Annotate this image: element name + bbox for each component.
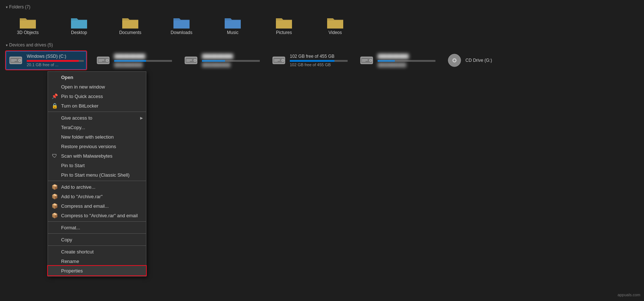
context-menu-item[interactable]: Create shortcut <box>48 247 146 256</box>
context-menu-item[interactable]: 📦Add to "Archive.rar" <box>48 192 146 201</box>
folder-label: Videos <box>329 30 342 35</box>
context-menu-item[interactable]: Pin to Start menu (Classic Shell) <box>48 170 146 180</box>
context-menu-separator <box>48 112 146 112</box>
drive-bar-bg <box>27 60 84 62</box>
drive-item[interactable]: ██████████ ██████████ <box>181 51 262 69</box>
context-menu-item[interactable]: Format... <box>48 223 146 232</box>
svg-rect-16 <box>186 60 192 60</box>
drives-grid: Windows (SSD) (C:) 20.1 GB free of ... █… <box>6 51 638 69</box>
folder-label: Desktop <box>71 30 87 35</box>
context-menu-item[interactable]: Properties <box>48 266 146 275</box>
ctx-item-label: Add to archive... <box>61 184 96 190</box>
context-menu-item[interactable]: Restore previous versions <box>48 142 146 151</box>
svg-point-21 <box>282 60 284 61</box>
ctx-item-label: Create shortcut <box>61 249 94 255</box>
hdd-icon <box>360 54 374 66</box>
context-menu-item[interactable]: 🔒Turn on BitLocker <box>48 101 146 110</box>
folder-icon <box>326 15 344 30</box>
drive-icon-container <box>8 53 23 68</box>
ctx-item-label: Compress and email... <box>61 203 109 209</box>
drive-bar <box>114 60 146 62</box>
folder-item[interactable]: Music <box>211 13 255 37</box>
context-menu-item[interactable]: TeraCopy... <box>48 123 146 132</box>
context-menu-item[interactable]: 🛡Scan with Malwarebytes <box>48 151 146 161</box>
ctx-item-label: Scan with Malwarebytes <box>61 153 112 159</box>
folders-grid: 3D Objects Desktop Documents Downloads M… <box>6 13 638 37</box>
ctx-item-label: Properties <box>61 268 83 274</box>
folder-label: Music <box>227 30 238 35</box>
context-menu-item[interactable]: Open <box>48 72 146 82</box>
drive-bar-bg <box>114 60 172 62</box>
context-menu-separator <box>48 221 146 222</box>
ctx-item-icon: 🛡 <box>51 152 58 159</box>
folder-item[interactable]: Pictures <box>262 13 306 37</box>
ctx-item-label: New folder with selection <box>61 134 114 140</box>
context-menu-item[interactable]: 📦Add to archive... <box>48 182 146 192</box>
drive-name: ██████████ <box>202 54 260 59</box>
folder-label: Documents <box>119 30 142 35</box>
drive-free: ██████████ <box>114 63 172 67</box>
folder-icon <box>275 15 293 30</box>
drive-info: CD Drive (G:) <box>465 58 523 63</box>
drive-info: ██████████ ██████████ <box>378 54 435 67</box>
folder-item[interactable]: Downloads <box>160 13 203 37</box>
context-menu-separator <box>48 233 146 234</box>
ctx-item-label: Give access to <box>61 115 92 121</box>
drive-name: ██████████ <box>114 54 172 59</box>
cd-drive-icon <box>448 53 461 67</box>
context-menu-item[interactable]: Copy <box>48 235 146 244</box>
drive-item[interactable]: 102 GB free of 455 GB 102 GB free of 455… <box>269 51 350 69</box>
context-menu-item[interactable]: Give access to▶ <box>48 113 146 123</box>
ctx-item-label: Turn on BitLocker <box>61 103 98 109</box>
chevron-icon: ▾ <box>6 5 8 9</box>
context-menu-item[interactable]: 📌Pin to Quick access <box>48 91 146 101</box>
context-menu-item[interactable]: Rename <box>48 256 146 266</box>
context-menu-item[interactable]: 📦Compress and email... <box>48 201 146 211</box>
svg-rect-23 <box>274 61 278 62</box>
folder-item[interactable]: 3D Objects <box>6 13 50 37</box>
ctx-item-label: Compress to "Archive.rar" and email <box>61 213 138 218</box>
ctx-item-label: Restore previous versions <box>61 144 116 149</box>
devices-chevron-icon: ▾ <box>6 43 8 47</box>
main-content: ▾ Folders (7) 3D Objects Desktop Documen… <box>0 0 644 74</box>
drive-free: ██████████ <box>202 63 260 67</box>
context-menu-item[interactable]: Pin to Start <box>48 161 146 170</box>
folders-section-header: ▾ Folders (7) <box>6 4 638 10</box>
context-menu-item[interactable]: 📦Compress to "Archive.rar" and email <box>48 211 146 220</box>
drive-info: 102 GB free of 455 GB 102 GB free of 455… <box>290 54 348 67</box>
drive-bar <box>290 60 334 62</box>
drive-bar <box>378 60 395 62</box>
drive-bar-bg <box>202 60 260 62</box>
drive-icon-container <box>96 53 111 68</box>
ctx-item-label: TeraCopy... <box>61 125 85 130</box>
folder-label: 3D Objects <box>17 30 38 35</box>
folder-item[interactable]: Videos <box>313 13 357 37</box>
hdd-icon <box>96 54 110 66</box>
folder-item[interactable]: Desktop <box>57 13 101 37</box>
ctx-item-label: Pin to Start <box>61 163 85 168</box>
drive-free: ██████████ <box>378 63 435 67</box>
svg-rect-28 <box>362 60 368 60</box>
devices-header-label: Devices and drives (5) <box>9 42 53 48</box>
drive-item[interactable]: Windows (SSD) (C:) 20.1 GB free of ... <box>6 51 86 69</box>
ctx-item-icon: 📦 <box>51 183 58 191</box>
folders-header-label: Folders (7) <box>9 4 30 10</box>
context-menu-item[interactable]: New folder with selection <box>48 132 146 142</box>
drive-name: ██████████ <box>378 54 435 59</box>
context-menu-item[interactable]: Open in new window <box>48 82 146 91</box>
hdd-icon <box>184 54 198 66</box>
ctx-item-label: Pin to Quick access <box>61 94 103 99</box>
drive-bar <box>27 60 79 62</box>
drive-item[interactable]: CD Drive (G:) <box>445 51 525 69</box>
drive-item[interactable]: ██████████ ██████████ <box>357 51 438 69</box>
folder-item[interactable]: Documents <box>108 13 152 37</box>
folder-icon <box>173 15 190 30</box>
svg-rect-11 <box>98 61 102 62</box>
drive-item[interactable]: ██████████ ██████████ <box>94 51 174 69</box>
folder-icon <box>19 15 37 30</box>
drive-icon-container <box>184 53 198 68</box>
drive-info: ██████████ ██████████ <box>114 54 172 67</box>
ctx-item-label: Add to "Archive.rar" <box>61 194 102 199</box>
ctx-item-icon: 📦 <box>51 193 58 200</box>
svg-rect-22 <box>274 60 280 60</box>
